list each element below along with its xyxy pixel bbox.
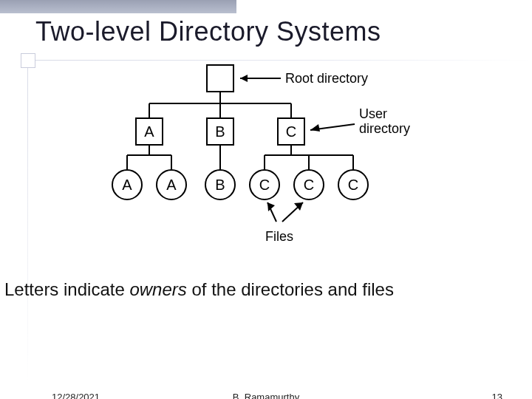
level1-node-b: B: [207, 118, 233, 145]
svg-text:C: C: [259, 177, 270, 193]
caption-text-pre: Letters indicate: [4, 279, 129, 299]
svg-text:A: A: [122, 177, 132, 193]
file-node: A: [157, 170, 186, 200]
root-label: Root directory: [285, 71, 368, 86]
file-node: C: [250, 170, 279, 200]
directory-diagram: Root directory A B C User directory A A: [96, 61, 443, 260]
caption-text-post: of the directories and files: [187, 279, 394, 299]
root-node: [207, 65, 233, 92]
svg-text:C: C: [348, 177, 358, 193]
footer-author: B. Ramamurthy: [0, 392, 532, 399]
file-node: B: [205, 170, 235, 200]
file-node: A: [112, 170, 142, 200]
level1-node-a: A: [136, 118, 163, 145]
svg-text:C: C: [304, 177, 314, 193]
file-node: C: [338, 170, 368, 200]
svg-text:C: C: [286, 123, 296, 140]
svg-text:A: A: [166, 177, 177, 193]
svg-text:A: A: [144, 123, 154, 140]
slide-top-bar: [0, 0, 236, 13]
user-directory-label-line1: User: [359, 106, 387, 121]
svg-text:B: B: [215, 177, 225, 193]
svg-text:B: B: [215, 123, 225, 140]
level1-node-c: C: [278, 118, 304, 145]
svg-marker-1: [240, 75, 248, 82]
user-directory-label-line2: directory: [359, 121, 410, 136]
slide-title: Two-level Directory Systems: [35, 16, 381, 47]
file-node: C: [294, 170, 324, 200]
files-label: Files: [265, 229, 293, 244]
caption-text-em: owners: [129, 279, 186, 299]
slide-caption: Letters indicate owners of the directori…: [4, 279, 528, 300]
footer-page-number: 13: [492, 392, 502, 399]
